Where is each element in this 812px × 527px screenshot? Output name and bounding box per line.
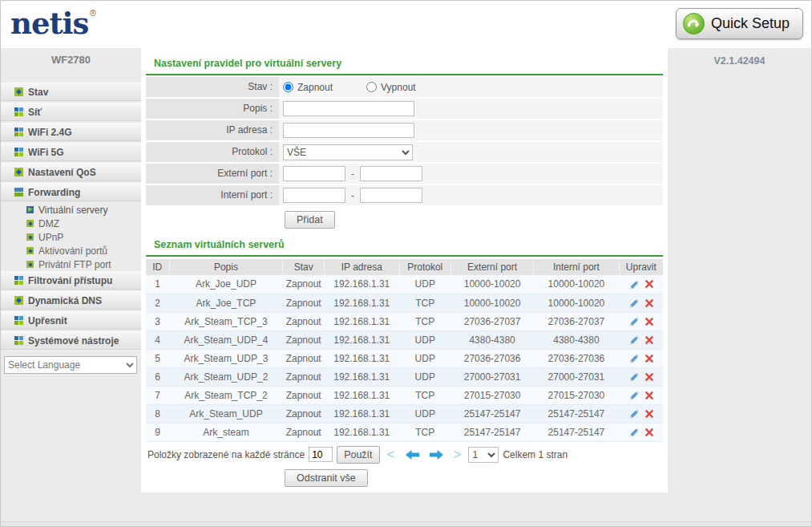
form-row-status: Stav : Zapnout Vypnout <box>146 77 663 97</box>
language-select[interactable]: Select Language <box>4 356 137 374</box>
sidebar-item-2[interactable]: WiFi 2.4G <box>1 123 141 141</box>
quick-setup-button[interactable]: Quick Setup <box>676 8 803 39</box>
first-page-icon[interactable]: < <box>384 448 398 461</box>
ip-label: IP adresa : <box>146 120 279 140</box>
delete-x-icon[interactable] <box>644 335 654 345</box>
edit-pencil-icon[interactable] <box>628 408 639 419</box>
sidebar-item-11[interactable]: Filtrování přístupu <box>1 271 141 290</box>
apply-button[interactable]: Použít <box>337 446 379 464</box>
add-button-row: Přidat <box>285 209 663 231</box>
table-cell: 192.168.1.31 <box>325 386 400 404</box>
table-cell: Zapnout <box>283 294 325 312</box>
form-section-title: Nastavení pravidel pro virtuální servery <box>146 53 663 74</box>
status-on-label: Zapnout <box>297 82 333 93</box>
internal-port-to-input[interactable] <box>360 188 422 203</box>
ip-input[interactable] <box>283 123 414 138</box>
table-row: 8Ark_Steam_UDPZapnout192.168.1.31UDP2514… <box>146 404 663 423</box>
next-page-icon[interactable] <box>426 449 446 460</box>
edit-pencil-icon[interactable] <box>628 371 639 382</box>
diamond-icon <box>14 296 23 305</box>
table-cell-actions <box>619 294 663 312</box>
status-on-radio[interactable]: Zapnout <box>283 82 333 93</box>
form-row-description: Popis : <box>146 99 663 119</box>
table-cell: 27000-27031 <box>451 367 534 386</box>
quick-setup-arrow-icon <box>683 13 705 34</box>
table-cell: UDP <box>399 404 451 423</box>
last-page-icon[interactable]: > <box>450 448 465 461</box>
sidebar-item-4[interactable]: Nastavení QoS <box>1 163 141 181</box>
table-cell: Ark_Steam_TCP_2 <box>169 386 283 404</box>
delete-all-row: Odstranit vše <box>285 467 663 489</box>
sidebar-item-9[interactable]: Aktivování portů <box>1 244 141 257</box>
table-cell: 1 <box>146 275 169 294</box>
edit-pencil-icon[interactable] <box>628 298 639 308</box>
description-input[interactable] <box>283 101 414 116</box>
column-header: Externí port <box>451 259 534 275</box>
page-select[interactable]: 1 <box>468 447 499 463</box>
sidebar-item-1[interactable]: Síť <box>1 103 141 121</box>
logo-text: netis <box>10 6 88 41</box>
edit-pencil-icon[interactable] <box>628 334 639 345</box>
table-cell-actions <box>619 312 663 330</box>
edit-pencil-icon[interactable] <box>628 279 639 290</box>
sidebar-item-0[interactable]: Stav <box>1 83 141 101</box>
delete-x-icon[interactable] <box>644 317 654 326</box>
table-cell-actions <box>619 275 663 294</box>
table-cell: 25147-25147 <box>534 423 619 441</box>
pagination-bar: Položky zobrazené na každé stránce Použí… <box>146 446 663 464</box>
delete-x-icon[interactable] <box>644 298 654 308</box>
external-port-to-input[interactable] <box>360 166 422 181</box>
table-cell: Ark_Steam_UDP_3 <box>169 349 283 367</box>
edit-pencil-icon[interactable] <box>628 353 639 363</box>
play-icon <box>26 206 34 213</box>
delete-x-icon[interactable] <box>644 428 654 437</box>
sidebar-item-5[interactable]: Forwarding <box>1 183 141 201</box>
sidebar-item-10[interactable]: Privátní FTP port <box>1 257 141 271</box>
internal-port-from-input[interactable] <box>283 188 345 203</box>
sidebar-item-8[interactable]: UPnP <box>1 230 141 244</box>
edit-pencil-icon[interactable] <box>628 316 639 326</box>
table-row: 3Ark_Steam_TCP_3Zapnout192.168.1.31TCP27… <box>146 312 663 330</box>
external-port-from-input[interactable] <box>283 166 345 181</box>
table-row: 1Ark_Joe_UDPZapnout192.168.1.31UDP10000-… <box>146 275 663 294</box>
delete-x-icon[interactable] <box>644 279 654 289</box>
delete-x-icon[interactable] <box>644 409 654 419</box>
sidebar-item-6[interactable]: Virtuální servery <box>1 203 141 217</box>
table-cell: Ark_Steam_TCP_3 <box>169 312 283 330</box>
edit-pencil-icon[interactable] <box>628 427 639 437</box>
table-row: 5Ark_Steam_UDP_3Zapnout192.168.1.31UDP27… <box>146 349 663 367</box>
sidebar-item-3[interactable]: WiFi 5G <box>1 143 141 161</box>
section-rule <box>146 255 663 257</box>
edit-pencil-icon[interactable] <box>628 390 639 400</box>
radio-disabled[interactable] <box>366 82 377 92</box>
port-range-separator: - <box>349 190 357 201</box>
sidebar-item-label: Aktivování portů <box>38 245 107 257</box>
sidebar-item-label: Síť <box>28 107 42 118</box>
protocol-select[interactable]: VŠE <box>283 144 413 160</box>
table-cell-actions <box>619 330 663 349</box>
diamond-sub-icon <box>26 247 34 254</box>
sidebar-item-7[interactable]: DMZ <box>1 217 141 230</box>
sidebar-item-12[interactable]: Dynamická DNS <box>1 291 141 310</box>
radio-enabled[interactable] <box>283 82 293 92</box>
add-button[interactable]: Přidat <box>285 211 335 229</box>
sidebar-item-13[interactable]: Upřesnit <box>1 311 141 330</box>
grid-icon <box>14 316 23 325</box>
previous-page-icon[interactable] <box>402 449 422 460</box>
status-off-radio[interactable]: Vypnout <box>366 82 416 93</box>
table-cell: 27036-27037 <box>451 312 534 330</box>
delete-all-button[interactable]: Odstranit vše <box>285 469 368 487</box>
table-cell: 10000-10020 <box>534 294 619 312</box>
sidebar-item-label: Filtrování přístupu <box>28 275 112 286</box>
items-per-page-input[interactable] <box>309 447 333 462</box>
table-row: 4Ark_Steam_UDP_4Zapnout192.168.1.31UDP43… <box>146 330 663 349</box>
main-panel: Nastavení pravidel pro virtuální servery… <box>141 48 668 493</box>
delete-x-icon[interactable] <box>644 354 654 363</box>
table-cell: 192.168.1.31 <box>325 275 400 294</box>
column-header: Popis <box>169 259 283 275</box>
sidebar-item-label: UPnP <box>38 232 63 243</box>
grid-icon <box>14 148 23 156</box>
sidebar-item-14[interactable]: Systémové nástroje <box>1 331 141 350</box>
delete-x-icon[interactable] <box>644 391 654 400</box>
delete-x-icon[interactable] <box>644 372 654 382</box>
